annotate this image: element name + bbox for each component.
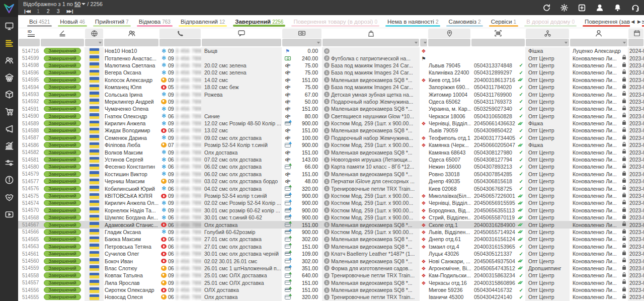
filter-source[interactable] [526, 39, 569, 46]
tabs-scroll-left-icon[interactable]: ◀ [631, 19, 634, 24]
app-logo[interactable] [0, 0, 18, 17]
table-row[interactable]: 514589 Завершений Кирилич Анжела ✻093 45… [18, 120, 644, 127]
table-row[interactable]: 514568 Завершений Шумляс Богдана Ан... ✻… [18, 214, 644, 221]
table-row[interactable]: 514565 Завершений Баюка Максим 063 456 7… [18, 236, 644, 243]
filter-delivery[interactable] [420, 39, 427, 46]
column-header-customer[interactable] [104, 28, 159, 38]
table-row[interactable]: 514592 Завершений Мерклингер Андрей 093 … [18, 98, 644, 105]
sidebar-item-orders[interactable] [0, 34, 18, 51]
tab-4[interactable]: Відмова763 [134, 15, 176, 28]
column-header-payment[interactable] [282, 28, 322, 38]
filter-ttn[interactable] [471, 39, 525, 46]
table-row[interactable]: 514581 Завершений Устинов Сергей ✻063 45… [18, 156, 644, 163]
table-row[interactable]: 514593 Завершений Сольська Ірина ✻093 45… [18, 91, 644, 98]
tab-3[interactable]: Прийнятий7 [90, 15, 134, 28]
avatar-icon[interactable] [595, 3, 604, 12]
column-header-date[interactable] [628, 28, 644, 38]
table-row[interactable]: 514599 Завершений Потапенко Анастас... ✻… [18, 54, 644, 61]
column-header-ttn[interactable] [471, 28, 525, 38]
table-row[interactable]: 514596 Завершений Вегера Оксана ✻093 456… [18, 69, 644, 76]
tab-7[interactable]: Повернення товару (в дорозі)0 [288, 15, 382, 28]
first-page-button[interactable]: ❙◀◀ [23, 8, 30, 15]
sidebar-item-partners-handshake[interactable] [0, 188, 18, 205]
tab-2[interactable]: Новый46 [55, 15, 90, 28]
filter-country[interactable] [85, 39, 103, 46]
column-header-id[interactable]: ID [18, 28, 40, 38]
tab-10[interactable]: Сервіси1 [486, 15, 522, 28]
last-page-button[interactable]: ▶▶❙ [67, 8, 73, 15]
column-header-city[interactable] [428, 28, 471, 38]
page-1-button[interactable]: 1 [37, 8, 40, 15]
column-header-product[interactable] [322, 28, 420, 38]
tab-6[interactable]: Завершений2256 [230, 15, 288, 28]
tabs-scroll-right-icon[interactable]: ▶ [637, 19, 641, 24]
sidebar-item-shopping-cart[interactable] [0, 103, 18, 120]
table-row[interactable]: 514588 Завершений Жидак Володимир 063 45… [18, 127, 644, 134]
filter-status[interactable] [41, 39, 84, 46]
table-row[interactable]: 514577 Завершений Черниш Максим 093 456 … [18, 178, 644, 185]
sidebar-item-products[interactable] [0, 86, 18, 103]
sidebar-item-marketing[interactable] [0, 120, 18, 137]
filter-phone[interactable] [159, 39, 201, 46]
sidebar-item-video-tutorials[interactable] [0, 205, 18, 222]
table-row[interactable]: 514556 Завершений Сиротюк Олександр 093 … [18, 286, 644, 293]
refresh-icon[interactable] [542, 4, 551, 12]
filter-customer[interactable] [104, 39, 158, 46]
table-row[interactable]: 514582 Завершений Волков Максим ✻093 456… [18, 148, 644, 156]
sidebar-item-settings-sliders[interactable] [0, 154, 18, 171]
table-row[interactable]: 514575 Завершений КВІТОВСЬКА ЮЛІЯ 093 45… [18, 192, 644, 199]
tab-8[interactable]: Нема в наявності2 [382, 15, 443, 28]
page-2-button[interactable]: 2 [47, 8, 50, 15]
table-row[interactable]: 514598 Завершений Малютина Светлана ✻093… [18, 62, 644, 69]
tab-1[interactable]: Всі4521 [24, 15, 55, 28]
sidebar-item-info[interactable] [0, 171, 18, 188]
column-header-phone[interactable] [159, 28, 201, 38]
table-row[interactable]: 514558 Завершений Ковпак Татьяна 093 456… [18, 272, 644, 279]
table-row[interactable]: 514567 Завершений Адамовский Станис... 0… [18, 221, 644, 228]
table-row[interactable]: 514563 Завершений Петровська Тетяна 063 … [18, 243, 644, 250]
table-row[interactable]: 514594 Завершений Компанец Юля 053 456 7… [18, 84, 644, 91]
sidebar-item-warehouse[interactable] [0, 68, 18, 86]
page-3-button[interactable]: 3 [57, 8, 60, 15]
tab-11[interactable]: В дорозі додому0 [521, 15, 580, 28]
table-row[interactable]: 514570 Завершений Корнелюк Надія Та... ✻… [18, 207, 644, 214]
table-row[interactable]: 514561 Завершений Сучилов Олег 063 456 7… [18, 250, 644, 257]
bell-icon[interactable] [613, 4, 622, 12]
table-row[interactable]: 514595 Завершений Колосок Александр 093 … [18, 77, 644, 84]
filter-comment[interactable] [202, 39, 281, 46]
sidebar-item-customers[interactable] [0, 51, 18, 68]
column-header-comment[interactable] [201, 28, 282, 38]
table-row[interactable]: 514557 Завершений Лила Ярослав 093 456 7… [18, 279, 644, 286]
filter-product[interactable] [323, 39, 419, 46]
column-header-source[interactable] [525, 28, 570, 38]
table-row[interactable]: 514579 Завершений Костишин Виктор ✻093 4… [18, 171, 644, 178]
table-row[interactable]: 514560 Завершений Бокоч Иван 093 456 789… [18, 257, 644, 264]
filter-payment[interactable] [282, 39, 321, 46]
gear-icon[interactable] [560, 4, 569, 12]
table-row[interactable]: 514555 Завершений Новосад Олеся 063 456 … [18, 293, 644, 300]
column-header-status[interactable] [40, 28, 85, 38]
filter-manager[interactable] [570, 39, 627, 46]
column-header-delivery[interactable] [420, 28, 428, 38]
table-row[interactable]: 514590 Завершений Гнатюк Олексндр ✻063 4… [18, 113, 644, 120]
tab-5[interactable]: Відправлений12 [176, 15, 230, 28]
support-headset-icon[interactable] [631, 3, 640, 12]
tab-9[interactable]: Самовивіз2 [443, 15, 486, 28]
filter-city[interactable] [428, 39, 470, 46]
filter-date[interactable] [628, 39, 643, 46]
sidebar-item-statistics[interactable] [0, 137, 18, 154]
sidebar-item-dashboard[interactable] [0, 17, 18, 34]
table-row[interactable]: 514591 Завершений Чумаченко Олена ✻093 4… [18, 105, 644, 112]
table-row[interactable]: 514716 Завершений Нов10 Нов10 ✻093 456 7… [18, 47, 644, 54]
filter-id[interactable] [19, 39, 40, 46]
column-header-manager[interactable] [570, 28, 628, 38]
table-row[interactable]: 514559 Завершений Влас Слотюу 063 456 78… [18, 265, 644, 272]
column-header-country[interactable] [85, 28, 104, 38]
table-row[interactable]: 514576 Завершений Кобилинський Юрий ✻063… [18, 185, 644, 192]
table-row[interactable]: 514580 Завершений Фесенко Константин ✻06… [18, 163, 644, 170]
table-row[interactable]: 514587 Завершений Семенюк Дарина ✻093 45… [18, 134, 644, 141]
table-row[interactable]: 514586 Завершений Філіпова Люба 073 456 … [18, 141, 644, 148]
add-order-icon[interactable] [578, 4, 586, 12]
table-row[interactable]: 514566 Завершений Гладик Оксана ✻093 456… [18, 229, 644, 236]
page-size-dropdown[interactable]: 50 [74, 1, 80, 7]
